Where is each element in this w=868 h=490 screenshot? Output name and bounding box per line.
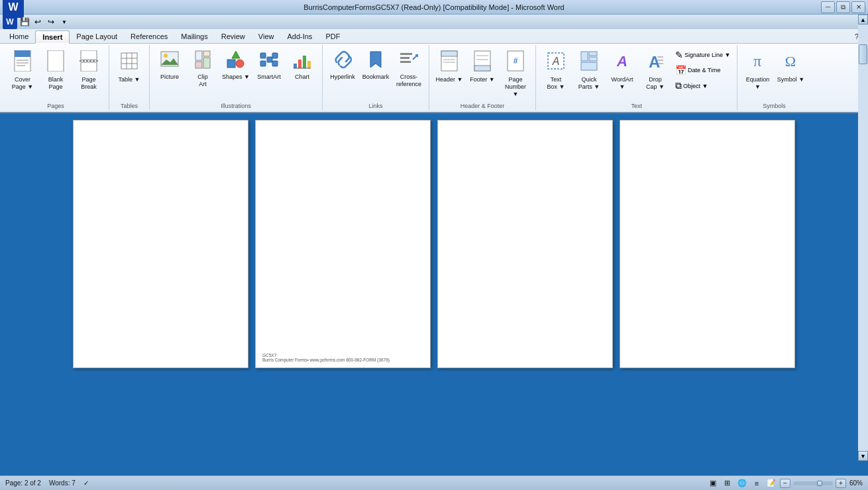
- bookmark-icon: [366, 50, 385, 72]
- svg-rect-25: [267, 57, 272, 62]
- ribbon: Home Insert Page Layout References Maili…: [0, 29, 868, 113]
- svg-rect-33: [400, 53, 412, 55]
- blank-page-icon: [46, 50, 65, 75]
- blank-page-button[interactable]: BlankPage: [40, 48, 72, 93]
- zoom-out-button[interactable]: −: [780, 479, 790, 488]
- tables-group-label: Tables: [121, 103, 138, 109]
- svg-marker-22: [232, 51, 240, 58]
- picture-button[interactable]: Picture: [154, 48, 186, 93]
- signature-line-icon: ✎: [675, 50, 683, 60]
- clip-art-label: ClipArt: [197, 74, 208, 88]
- document-page-4: [620, 120, 795, 368]
- tab-page-layout[interactable]: Page Layout: [70, 30, 124, 43]
- date-time-button[interactable]: 📅 Date & Time: [673, 63, 733, 77]
- page-number-button[interactable]: # PageNumber ▼: [500, 48, 531, 100]
- word-count: Words: 7: [49, 479, 76, 487]
- ribbon-group-symbols: π Equation ▼ Ω Symbol ▼ Symbols: [737, 45, 810, 111]
- print-layout-button[interactable]: ▣: [707, 478, 719, 489]
- tab-addins[interactable]: Add-Ins: [280, 30, 319, 43]
- smartart-icon: [260, 50, 278, 72]
- tables-items: Table ▼: [113, 46, 145, 101]
- svg-rect-31: [307, 61, 311, 68]
- document-page-2: GC5X7 Burris Computer Forms• www.pcforms…: [255, 120, 431, 368]
- cross-reference-icon: [400, 50, 418, 72]
- scroll-track[interactable]: [858, 24, 868, 451]
- page-info: Page: 2 of 2: [5, 479, 41, 487]
- signature-line-button[interactable]: ✎ Signature Line ▼: [673, 48, 733, 62]
- cross-reference-label: Cross-reference: [395, 74, 423, 88]
- header-icon: [440, 50, 459, 75]
- svg-rect-1: [15, 50, 30, 57]
- zoom-slider[interactable]: [793, 481, 833, 485]
- shapes-button[interactable]: Shapes ▼: [220, 48, 252, 93]
- close-button[interactable]: ✕: [851, 1, 865, 13]
- footer-icon: [473, 50, 492, 75]
- bookmark-button[interactable]: Bookmark: [360, 48, 392, 93]
- save-qa-button[interactable]: 💾: [19, 16, 30, 28]
- tab-review[interactable]: Review: [215, 30, 252, 43]
- text-box-button[interactable]: A TextBox ▼: [540, 48, 572, 93]
- pages-items: CoverPage ▼ BlankPage PageBreak: [7, 46, 105, 101]
- tab-insert[interactable]: Insert: [35, 30, 70, 44]
- illustrations-group-label: Illustrations: [221, 103, 251, 109]
- chart-button[interactable]: Chart: [286, 48, 318, 93]
- hyperlink-button[interactable]: Hyperlink: [327, 48, 358, 93]
- date-time-icon: 📅: [675, 65, 686, 75]
- footer-button[interactable]: Footer ▼: [466, 48, 498, 93]
- draft-view-button[interactable]: 📝: [765, 478, 777, 489]
- customize-qa-button[interactable]: ▼: [58, 16, 70, 28]
- ribbon-group-tables: Table ▼ Tables: [109, 45, 150, 111]
- svg-text:A: A: [649, 53, 660, 71]
- header-button[interactable]: Header ▼: [433, 48, 465, 93]
- web-layout-button[interactable]: 🌐: [736, 478, 748, 489]
- scroll-thumb[interactable]: [859, 44, 867, 64]
- svg-rect-50: [589, 57, 597, 61]
- svg-rect-29: [298, 60, 301, 68]
- table-button[interactable]: Table ▼: [113, 48, 145, 93]
- page-2-footer: GC5X7 Burris Computer Forms• www.pcforms…: [262, 353, 390, 362]
- equation-button[interactable]: π Equation ▼: [741, 48, 773, 93]
- office-button[interactable]: W: [3, 15, 17, 29]
- tab-mailings[interactable]: Mailings: [174, 30, 214, 43]
- tab-pdf[interactable]: PDF: [319, 30, 347, 43]
- svg-rect-8: [81, 62, 97, 72]
- symbol-button[interactable]: Ω Symbol ▼: [775, 48, 806, 93]
- zoom-in-button[interactable]: +: [836, 479, 846, 488]
- cross-reference-button[interactable]: Cross-reference: [393, 48, 425, 93]
- wordart-icon: A: [613, 50, 631, 75]
- outline-view-button[interactable]: ≡: [751, 478, 763, 489]
- scroll-up-button[interactable]: ▲: [858, 15, 868, 24]
- clip-art-button[interactable]: ClipArt: [187, 48, 219, 93]
- object-button[interactable]: ⧉ Object ▼: [673, 78, 733, 93]
- wordart-button[interactable]: A WordArt ▼: [606, 48, 638, 93]
- page-number-icon: #: [506, 50, 525, 75]
- clip-art-icon: [193, 50, 212, 72]
- header-label: Header ▼: [436, 76, 463, 83]
- header-footer-group-label: Header & Footer: [461, 103, 505, 109]
- undo-qa-button[interactable]: ↩: [32, 16, 44, 28]
- zoom-slider-thumb[interactable]: [817, 481, 822, 486]
- links-items: Hyperlink Bookmark Cross-reference: [327, 46, 425, 101]
- smartart-button[interactable]: SmartArt: [253, 48, 285, 93]
- smartart-label: SmartArt: [257, 74, 281, 81]
- page-break-button[interactable]: PageBreak: [73, 48, 105, 93]
- tab-home[interactable]: Home: [3, 30, 35, 43]
- tab-view[interactable]: View: [252, 30, 281, 43]
- tab-references[interactable]: References: [124, 30, 174, 43]
- ribbon-group-illustrations: Picture ClipArt Shapes ▼: [150, 45, 323, 111]
- text-group-label: Text: [631, 103, 642, 109]
- scroll-down-button[interactable]: ▼: [858, 451, 868, 461]
- svg-rect-5: [48, 50, 64, 72]
- full-reading-button[interactable]: ⊞: [722, 478, 733, 489]
- quick-parts-label: QuickParts ▼: [578, 76, 600, 91]
- cover-page-button[interactable]: CoverPage ▼: [7, 48, 38, 93]
- minimize-button[interactable]: ─: [821, 1, 835, 13]
- drop-cap-button[interactable]: A DropCap ▼: [639, 48, 671, 93]
- pages-group-label: Pages: [47, 103, 64, 109]
- restore-button[interactable]: ⧉: [836, 1, 850, 13]
- svg-text:Ω: Ω: [785, 53, 796, 70]
- svg-rect-17: [203, 51, 210, 56]
- text-stack: ✎ Signature Line ▼ 📅 Date & Time ⧉ Objec…: [673, 48, 733, 93]
- redo-qa-button[interactable]: ↪: [45, 16, 57, 28]
- quick-parts-button[interactable]: QuickParts ▼: [573, 48, 605, 93]
